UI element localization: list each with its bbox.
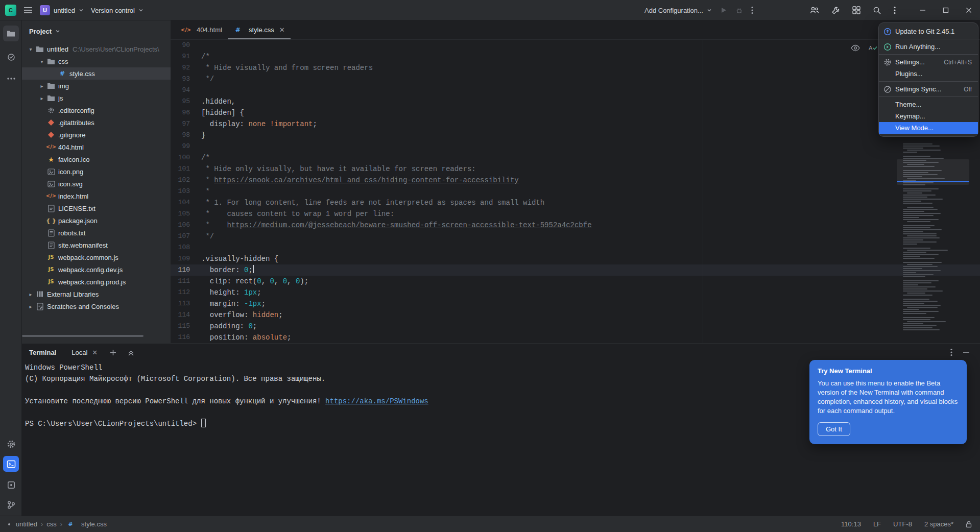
caret-position-widget[interactable]: 110:13 xyxy=(841,520,861,528)
line-separator-widget[interactable]: LF xyxy=(873,520,881,528)
menu-item-settings...[interactable]: Settings...Ctrl+Alt+S xyxy=(879,56,978,68)
tree-item-scratches-and-consoles[interactable]: ▸Scratches and Consoles xyxy=(22,300,171,312)
code-line-103[interactable]: 103 * xyxy=(171,186,980,197)
code-analysis-status-icon[interactable]: A xyxy=(868,44,877,52)
search-everywhere-icon[interactable] xyxy=(873,6,881,15)
tree-item-untitled[interactable]: ▾untitledC:\Users\User\CLionProjects\ xyxy=(22,43,171,55)
breadcrumb-item-untitled[interactable]: untitled xyxy=(16,520,37,528)
build-icon[interactable] xyxy=(831,6,840,15)
tree-item-.gitignore[interactable]: .gitignore xyxy=(22,129,171,141)
tree-item-style.css[interactable]: #style.css xyxy=(22,67,171,80)
readonly-lock-icon[interactable] xyxy=(966,521,972,528)
code-line-116[interactable]: 116 position: absolute; xyxy=(171,332,980,343)
project-selector[interactable]: U untitled xyxy=(40,5,84,15)
chevron-down-icon[interactable]: ▾ xyxy=(26,46,35,52)
run-button[interactable] xyxy=(720,7,727,14)
code-line-97[interactable]: 97 display: none !important; xyxy=(171,118,980,130)
code-line-95[interactable]: 95.hidden, xyxy=(171,96,980,107)
code-with-me-icon[interactable] xyxy=(810,6,819,14)
run-configuration-selector[interactable]: Add Configuration... xyxy=(644,7,712,14)
more-actions-kebab-icon[interactable] xyxy=(894,6,896,14)
tree-item-js[interactable]: ▸js xyxy=(22,92,171,104)
settings-button[interactable] xyxy=(3,436,19,452)
code-line-101[interactable]: 101 * Hide only visually, but have it av… xyxy=(171,163,980,175)
window-close-button[interactable] xyxy=(957,0,980,20)
code-line-112[interactable]: 112 height: 1px; xyxy=(171,287,980,298)
window-minimize-button[interactable] xyxy=(911,0,934,20)
code-line-106[interactable]: 106 * https://medium.com/@jessebeach/bew… xyxy=(171,220,980,231)
terminal-tool-window-button[interactable] xyxy=(3,456,19,472)
code-line-111[interactable]: 111 clip: rect(0, 0, 0, 0); xyxy=(171,276,980,287)
commit-tool-window-button[interactable] xyxy=(3,49,19,65)
terminal-link[interactable]: https://aka.ms/PSWindows xyxy=(325,397,428,405)
code-line-93[interactable]: 93 */ xyxy=(171,74,980,85)
close-terminal-tab-icon[interactable]: ✕ xyxy=(92,349,98,356)
code-line-114[interactable]: 114 overflow: hidden; xyxy=(171,309,980,321)
chevron-right-icon[interactable]: ▸ xyxy=(37,95,46,101)
code-line-107[interactable]: 107 */ xyxy=(171,231,980,242)
breadcrumb-item-style-css[interactable]: style.css xyxy=(81,520,107,528)
encoding-widget[interactable]: UTF-8 xyxy=(893,520,912,528)
tree-item-favicon.ico[interactable]: ★favicon.ico xyxy=(22,153,171,165)
code-line-109[interactable]: 109.visually-hidden { xyxy=(171,253,980,264)
code-line-113[interactable]: 113 margin: -1px; xyxy=(171,298,980,309)
code-line-102[interactable]: 102 * https://snook.ca/archives/html_and… xyxy=(171,175,980,186)
project-tool-window-button[interactable] xyxy=(3,26,19,41)
code-line-104[interactable]: 104 * 1. For long content, line feeds ar… xyxy=(171,197,980,208)
indent-widget[interactable]: 2 spaces* xyxy=(924,520,953,528)
chevron-right-icon[interactable]: ▸ xyxy=(26,304,35,309)
code-line-115[interactable]: 115 padding: 0; xyxy=(171,321,980,332)
chevron-down-icon[interactable]: ▾ xyxy=(37,59,46,64)
terminal-tab-local[interactable]: Local ✕ xyxy=(69,344,100,361)
menu-item-run-anything...[interactable]: Run Anything... xyxy=(879,41,978,53)
menu-item-update-to-git-2.45.1[interactable]: Update to Git 2.45.1 xyxy=(879,26,978,37)
tree-item-external-libraries[interactable]: ▸External Libraries xyxy=(22,288,171,300)
window-maximize-button[interactable] xyxy=(934,0,957,20)
horizontal-scrollbar-thumb[interactable] xyxy=(22,335,144,337)
tree-item-webpack.common.js[interactable]: JSwebpack.common.js xyxy=(22,251,171,263)
tree-item-img[interactable]: ▸img xyxy=(22,80,171,92)
tree-item-webpack.config.prod.js[interactable]: JSwebpack.config.prod.js xyxy=(22,276,171,288)
more-tool-windows-icon[interactable] xyxy=(3,70,19,86)
tree-item-icon.svg[interactable]: icon.svg xyxy=(22,178,171,190)
code-line-98[interactable]: 98} xyxy=(171,130,980,141)
main-menu-icon[interactable] xyxy=(23,7,33,14)
breadcrumb-item-css[interactable]: css xyxy=(46,520,57,528)
chevron-right-icon[interactable]: ▸ xyxy=(26,292,35,297)
highlighting-level-eye-icon[interactable] xyxy=(851,44,860,52)
code-line-92[interactable]: 92 * Hide visually and from screen reade… xyxy=(171,62,980,74)
menu-item-keymap...[interactable]: Keymap... xyxy=(879,110,978,122)
code-line-94[interactable]: 94 xyxy=(171,85,980,96)
vcs-widget[interactable]: Version control xyxy=(91,7,144,14)
menu-item-view-mode...[interactable]: View Mode... xyxy=(879,122,978,134)
tool-windows-icon[interactable] xyxy=(852,6,861,14)
code-line-91[interactable]: 91/* xyxy=(171,51,980,62)
git-tool-window-button[interactable] xyxy=(3,497,19,513)
got-it-button[interactable]: Got It xyxy=(818,422,850,436)
hide-terminal-icon[interactable] xyxy=(963,349,970,355)
tab-style-css[interactable]: # style.css ✕ xyxy=(228,20,291,39)
project-panel-header[interactable]: Project xyxy=(22,20,171,42)
menu-item-plugins...[interactable]: Plugins... xyxy=(879,68,978,80)
tree-item-css[interactable]: ▾css xyxy=(22,55,171,67)
tree-item-.editorconfig[interactable]: .editorconfig xyxy=(22,104,171,116)
tree-item-robots.txt[interactable]: robots.txt xyxy=(22,227,171,239)
code-line-100[interactable]: 100/* xyxy=(171,152,980,163)
terminal-options-kebab-icon[interactable] xyxy=(950,348,952,356)
tree-item-site.webmanifest[interactable]: site.webmanifest xyxy=(22,239,171,251)
code-line-110[interactable]: 110 border: 0; xyxy=(171,264,980,276)
chevron-right-icon[interactable]: ▸ xyxy=(37,83,46,89)
code-line-96[interactable]: 96[hidden] { xyxy=(171,107,980,118)
menu-item-theme...[interactable]: Theme... xyxy=(879,99,978,110)
tree-item-404.html[interactable]: </>404.html xyxy=(22,141,171,153)
code-line-105[interactable]: 105 * causes content to wrap 1 word per … xyxy=(171,208,980,220)
maximize-terminal-icon[interactable] xyxy=(128,349,134,356)
code-line-108[interactable]: 108 xyxy=(171,242,980,253)
code-line-99[interactable]: 99 xyxy=(171,141,980,152)
menu-item-settings-sync...[interactable]: Settings Sync...Off xyxy=(879,83,978,95)
tree-item-webpack.config.dev.js[interactable]: JSwebpack.config.dev.js xyxy=(22,263,171,276)
close-tab-icon[interactable]: ✕ xyxy=(279,26,285,34)
tree-item-license.txt[interactable]: LICENSE.txt xyxy=(22,202,171,214)
services-tool-window-button[interactable] xyxy=(3,477,19,493)
tree-item-package.json[interactable]: { }package.json xyxy=(22,214,171,227)
